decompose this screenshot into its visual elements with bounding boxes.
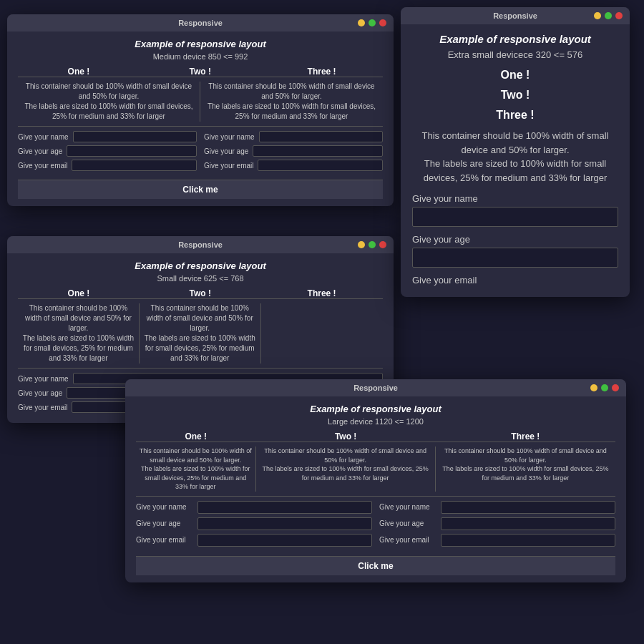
form-third-2: Give your name Give your age Give your e… [379, 501, 615, 550]
titlebar-large: Responsive [125, 379, 626, 396]
titlebar-small: Responsive [7, 236, 394, 253]
page-title-medium: Example of responsive layout [18, 39, 383, 49]
name-row-l2: Give your name [379, 501, 615, 514]
email-input-l1[interactable] [197, 534, 372, 547]
yellow-light-l[interactable] [590, 384, 597, 391]
age-label-xs: Give your age [412, 234, 618, 245]
age-row-left: Give your age [18, 145, 197, 157]
name-row-right: Give your name [204, 131, 383, 142]
col-two-xs: Two ! [412, 89, 618, 102]
email-row-left: Give your email [18, 160, 197, 171]
yellow-light-s[interactable] [358, 241, 365, 248]
age-input-l1[interactable] [197, 517, 372, 530]
age-input-l2[interactable] [441, 517, 615, 530]
yellow-light[interactable] [358, 19, 365, 26]
name-label-xs: Give your name [412, 193, 618, 204]
red-light-l[interactable] [612, 384, 619, 391]
email-input-right[interactable] [258, 160, 383, 171]
large-window: Responsive Example of responsive layout … [125, 379, 626, 582]
xs-desc: This container should be 100% width of s… [412, 129, 618, 185]
col-desc-3-large: This container should be 100% width of s… [436, 447, 615, 492]
email-label-l2: Give your email [379, 536, 436, 544]
age-input-right[interactable] [253, 145, 383, 157]
red-light-xs[interactable] [615, 12, 623, 19]
col-desc-2-medium: This container should be 100% width of s… [200, 82, 383, 122]
name-input-l2[interactable] [441, 501, 615, 514]
name-label-s1: Give your name [18, 375, 69, 383]
col-body-large: This container should be 100% width of s… [136, 447, 615, 492]
form-medium: Give your name Give your age Give your e… [18, 131, 383, 174]
click-me-button-large[interactable]: Click me [136, 556, 615, 575]
content-xs: Example of responsive layout Extra small… [401, 24, 630, 297]
email-input-l2[interactable] [441, 534, 615, 547]
form-large: Give your name Give your age Give your e… [136, 501, 615, 550]
titlebar-xs: Responsive [401, 7, 630, 24]
age-label-s1: Give your age [18, 389, 62, 397]
traffic-lights-small [358, 241, 386, 248]
name-label-l2: Give your name [379, 503, 436, 511]
age-label-right: Give your age [204, 147, 248, 155]
window-title-small: Responsive [178, 240, 223, 249]
email-label-l1: Give your email [136, 536, 193, 544]
email-label-right: Give your email [204, 162, 253, 170]
content-large: Example of responsive layout Large devic… [125, 396, 626, 582]
age-input-xs[interactable] [412, 248, 618, 268]
name-label-left: Give your name [18, 133, 69, 141]
col-three-xs: Three ! [412, 109, 618, 122]
col-body-small: This container should be 100% width of s… [18, 303, 383, 364]
email-label-xs: Give your email [412, 275, 618, 286]
col-desc-2-small: This container should be 100% width of s… [140, 303, 261, 364]
green-light-l[interactable] [601, 384, 608, 391]
name-input-l1[interactable] [197, 501, 372, 514]
window-title-large: Responsive [353, 384, 398, 392]
col-header-2-large: Two ! [256, 431, 436, 441]
age-row-l2: Give your age [379, 517, 615, 530]
device-label-xs: Extra small devicece 320 <= 576 [412, 49, 618, 60]
window-title-xs: Responsive [493, 11, 537, 20]
traffic-lights-xs [594, 12, 623, 19]
traffic-lights-medium [358, 19, 386, 26]
form-third-1: Give your name Give your age Give your e… [136, 501, 372, 550]
age-label-l1: Give your age [136, 519, 193, 527]
age-label-l2: Give your age [379, 519, 436, 527]
col-desc-3-small [261, 303, 383, 364]
age-label-left: Give your age [18, 147, 62, 155]
col-header-3-medium: Three ! [261, 67, 383, 77]
age-row-right: Give your age [204, 145, 383, 157]
traffic-lights-large [590, 384, 619, 391]
col-header-2-medium: Two ! [140, 67, 261, 77]
form-half-right: Give your name Give your age Give your e… [204, 131, 383, 174]
name-input-xs[interactable] [412, 207, 618, 227]
col-desc-1-large: This container should be 100% width of s… [136, 447, 256, 492]
col-desc-2-large: This container should be 100% width of s… [256, 447, 436, 492]
device-label-small: Small device 625 <= 768 [18, 274, 383, 283]
col-header-3-small: Three ! [261, 288, 383, 298]
green-light[interactable] [369, 19, 376, 26]
medium-window: Responsive Example of responsive layout … [7, 14, 394, 206]
name-input-right[interactable] [259, 131, 383, 142]
name-label-right: Give your name [204, 133, 255, 141]
email-input-left[interactable] [72, 160, 197, 171]
name-input-left[interactable] [73, 131, 197, 142]
page-title-large: Example of responsive layout [136, 404, 615, 414]
form-half-left: Give your name Give your age Give your e… [18, 131, 197, 174]
email-label-s1: Give your email [18, 404, 67, 411]
click-me-button-medium[interactable]: Click me [18, 180, 383, 199]
green-light-s[interactable] [369, 241, 376, 248]
col-desc-1-small: This container should be 100% width of s… [18, 303, 140, 364]
email-label-left: Give your email [18, 162, 67, 170]
green-light-xs[interactable] [605, 12, 612, 19]
col-headers-medium: One ! Two ! Three ! [18, 67, 383, 77]
col-body-medium: This container should be 100% width of s… [18, 82, 383, 122]
page-title-small: Example of responsive layout [18, 260, 383, 271]
yellow-light-xs[interactable] [594, 12, 601, 19]
red-light[interactable] [379, 19, 386, 26]
email-row-right: Give your email [204, 160, 383, 171]
age-input-left[interactable] [67, 145, 197, 157]
page-title-xs: Example of responsive layout [412, 33, 618, 45]
xs-window: Responsive Example of responsive layout … [401, 7, 630, 297]
device-label-large: Large device 1120 <= 1200 [136, 417, 615, 426]
name-row-left: Give your name [18, 131, 197, 142]
red-light-s[interactable] [379, 241, 386, 248]
col-header-1-medium: One ! [18, 67, 140, 77]
